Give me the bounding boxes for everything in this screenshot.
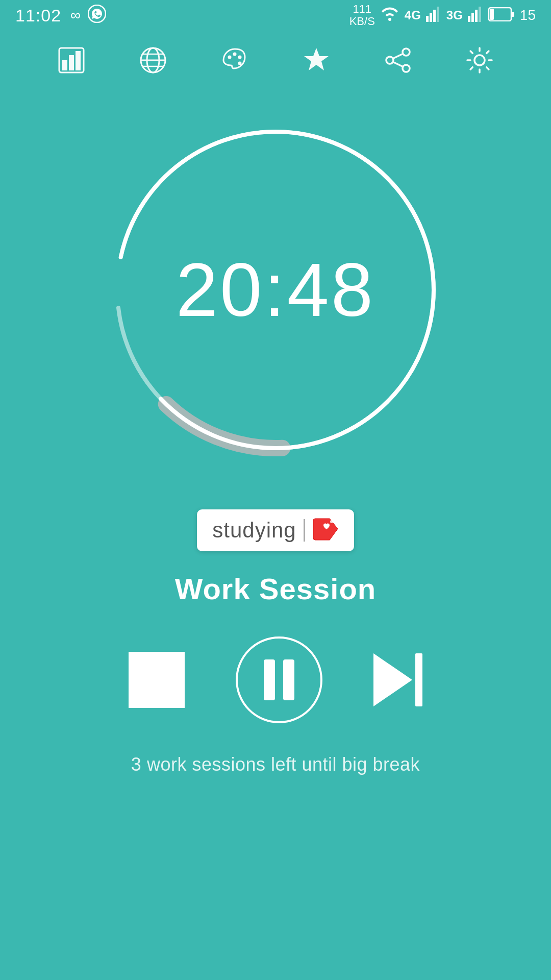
star-icon[interactable] [302,46,331,81]
infinity-icon: ∞ [70,7,81,23]
svg-marker-25 [304,48,329,70]
timer-container: 20:48 [0,111,551,469]
skip-button[interactable] [373,653,422,706]
tag-container: studying [0,509,551,551]
svg-rect-2 [430,13,432,22]
footer-text: 3 work sessions left until big break [0,754,551,775]
battery-level: 15 [520,7,536,23]
skip-icon [373,653,422,706]
tag-label: studying [212,518,296,543]
controls [0,636,551,723]
svg-point-27 [386,57,393,64]
tag-pill[interactable]: studying [197,509,354,551]
wifi-icon [380,7,399,24]
status-time: 11:02 [15,6,61,26]
svg-point-26 [403,48,410,56]
tag-heart-icon[interactable] [312,518,339,543]
svg-point-21 [228,56,232,59]
svg-line-29 [393,54,403,59]
svg-rect-5 [468,16,470,22]
svg-point-22 [233,53,237,56]
svg-rect-11 [490,9,494,20]
status-right: 111KB/S 4G 3G [349,3,536,28]
pause-button[interactable] [236,636,322,723]
svg-rect-14 [69,55,74,70]
status-bar: 11:02 ∞ 111KB/S 4G [0,0,551,31]
svg-point-35 [330,520,333,523]
status-left: 11:02 ∞ [15,5,106,27]
settings-icon[interactable] [465,46,494,81]
pause-bar-left [264,659,275,700]
timer-time: 20:48 [176,247,375,333]
pause-bar-right [283,659,294,700]
svg-line-30 [393,62,403,67]
svg-rect-6 [471,13,474,22]
timer-display: 20:48 [97,111,454,469]
svg-rect-10 [511,12,514,17]
svg-point-24 [238,62,242,65]
skip-line [415,653,422,706]
share-icon[interactable] [384,46,412,81]
svg-rect-4 [437,7,439,22]
whatsapp-icon [88,5,106,27]
3g-signal-icon: 3G [446,8,463,22]
svg-rect-7 [475,10,478,22]
svg-point-23 [238,56,242,59]
footer: 3 work sessions left until big break [0,754,551,775]
palette-icon[interactable] [220,46,249,81]
pause-icon [264,659,294,700]
signal-bars-icon [426,7,441,24]
svg-rect-3 [433,10,436,22]
toolbar [0,36,551,91]
kb-s-text: 111KB/S [349,3,375,28]
stats-icon[interactable] [57,46,86,81]
status-icons-left: ∞ [70,5,106,27]
svg-rect-1 [426,16,429,22]
globe-icon[interactable] [139,46,167,81]
session-label: Work Session [0,572,551,606]
stop-button[interactable] [129,652,185,708]
svg-point-28 [403,65,410,72]
4g-signal-icon: 4G [405,8,421,22]
svg-rect-15 [76,51,81,70]
svg-rect-13 [62,60,67,70]
tag-divider [304,519,305,542]
battery-icon [488,7,515,23]
svg-point-31 [474,55,485,65]
3g-signal-bars-icon [468,7,483,24]
skip-triangle [373,653,412,706]
svg-rect-8 [479,7,481,22]
